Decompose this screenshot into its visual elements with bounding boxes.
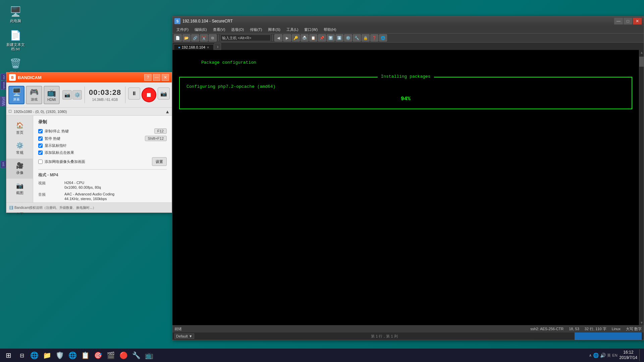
pause-button[interactable]: ⏸: [128, 87, 140, 100]
host-input[interactable]: [220, 35, 271, 41]
status-ready: 就绪: [174, 326, 527, 331]
menu-view[interactable]: 查看(V): [210, 26, 228, 33]
audio-details: 44.1KHz, stereo, 160kbps: [64, 197, 167, 201]
toolbar-clone-button[interactable]: ⧉: [209, 34, 217, 42]
mode-hdmi-button[interactable]: 📺 HDMI: [44, 86, 60, 104]
resolution-text: 644x362 - (0, 0), (1920, 1080): [14, 110, 67, 114]
task-view-button[interactable]: ⊟: [17, 349, 27, 361]
newfile-icon: 📄: [9, 28, 22, 42]
menu-options[interactable]: 选项(O): [228, 26, 247, 33]
tray-lang-icon[interactable]: 英: [607, 353, 611, 358]
taskbar-record-icon[interactable]: 🔴: [117, 349, 129, 361]
bandicam-close-button[interactable]: ✕: [162, 74, 169, 81]
menu-help[interactable]: 帮助(H): [321, 26, 339, 33]
tray-ime-icon[interactable]: EN: [612, 353, 617, 357]
menu-file[interactable]: 文件(F): [174, 26, 191, 33]
taskbar-chrome-icon[interactable]: 🌐: [66, 349, 78, 361]
taskbar-game-icon[interactable]: 🎯: [92, 349, 104, 361]
desktop: 🖥️ 此电脑 📄 新建文本文档.txt 🗑️ 回收站 🎬 Bandicam ⚡ …: [0, 0, 644, 362]
menu-edit[interactable]: 编辑(E): [192, 26, 210, 33]
toolbar-camera-icon[interactable]: 📷: [62, 90, 72, 100]
toolbar-settings-icon[interactable]: ⚙️: [72, 90, 82, 100]
game-mode-icon: 🎮: [30, 88, 39, 97]
taskbar-tool-icon[interactable]: 🔧: [130, 349, 142, 361]
format-title: 格式 - MP4: [38, 172, 167, 178]
tab-close-button[interactable]: ✕: [207, 46, 209, 49]
tray-network-icon[interactable]: 🌐: [593, 353, 599, 358]
home-icon: 🏠: [16, 122, 23, 129]
toolbar-forward-button[interactable]: ▶: [283, 34, 291, 42]
menu-tools[interactable]: 工具(L): [284, 26, 301, 33]
scrollbar-thumb[interactable]: [639, 57, 644, 67]
mode-screen-button[interactable]: 🖥️ 屏幕: [8, 86, 24, 104]
toolbar-help-button[interactable]: ❓: [370, 34, 378, 42]
menu-window[interactable]: 窗口(W): [302, 26, 320, 33]
tray-volume-icon[interactable]: 🔊: [600, 353, 606, 358]
status-size: 32 行, 110 字: [585, 326, 606, 331]
securecrt-minimize-button[interactable]: —: [614, 18, 623, 24]
sidebar-item-recording[interactable]: 🎥 录像: [6, 159, 33, 179]
bandicam-help-button[interactable]: ?: [144, 74, 152, 81]
status-right-area: ssh2: AES-256-CTR 18, 53 32 行, 110 字 Lin…: [530, 326, 642, 331]
hotkey-pause-checkbox[interactable]: [38, 136, 43, 141]
expand-button[interactable]: ▲: [165, 109, 170, 114]
toolbar-upload-button[interactable]: ⬆️: [327, 34, 335, 42]
record-stop-button[interactable]: ⏹: [142, 87, 156, 102]
toolbar-print-button[interactable]: 🖨️: [301, 34, 309, 42]
hotkey-record-checkbox[interactable]: [38, 129, 43, 133]
toolbar-extra-button[interactable]: 🌐: [379, 34, 387, 42]
taskbar-clipboard-icon[interactable]: 📋: [79, 349, 91, 361]
mode-game-button[interactable]: 🎮 游戏: [26, 86, 42, 104]
screenshot-button[interactable]: 📷: [158, 87, 170, 100]
scrollbar-up-arrow[interactable]: ▲: [639, 50, 644, 55]
toolbar-key-button[interactable]: 🔑: [292, 34, 300, 42]
toolbar-tools2-btn[interactable]: 🔧: [353, 34, 361, 42]
toolbar-connect-button[interactable]: 🔗: [191, 34, 199, 42]
start-button[interactable]: ⊞: [0, 349, 17, 362]
bandicam-minimize-button[interactable]: —: [153, 74, 160, 81]
securecrt-maximize-button[interactable]: □: [624, 18, 632, 24]
vertical-scrollbar[interactable]: ▲ ▼: [639, 50, 644, 325]
taskbar-shield-icon[interactable]: 🛡️: [54, 349, 66, 361]
show-desktop-button[interactable]: [639, 349, 641, 361]
webcam-setup-button[interactable]: 设置: [152, 157, 167, 166]
toolbar-lock-button[interactable]: 🔒: [362, 34, 370, 42]
show-cursor-checkbox[interactable]: [38, 143, 43, 148]
securecrt-close-button[interactable]: ✕: [633, 18, 642, 24]
desktop-icon-newfile[interactable]: 📄 新建文本文档.txt: [3, 27, 28, 53]
toolbar-paste-button[interactable]: 📌: [318, 34, 326, 42]
taskbar-folder-icon[interactable]: 📁: [41, 349, 53, 361]
tab-scroll-right[interactable]: ›: [214, 43, 221, 50]
toolbar-back-button[interactable]: ◀: [274, 34, 282, 42]
sidebar-item-screenshot[interactable]: 📷 截图: [6, 179, 33, 199]
tray-expand-button[interactable]: ∧: [589, 353, 592, 358]
desktop-icon-computer[interactable]: 🖥️ 此电脑: [3, 3, 28, 24]
toolbar-copy-button[interactable]: 📋: [309, 34, 317, 42]
hotkey-record-key: F12: [154, 128, 167, 134]
toolbar-separator: [85, 86, 85, 103]
hotkey-pause-key: Shift+F12: [145, 136, 167, 141]
system-clock[interactable]: 16:12 2019/7/14: [620, 350, 637, 360]
install-packages-box: Installing packages Configuring php7.2-o…: [179, 77, 632, 109]
scrollbar-down-arrow[interactable]: ▼: [639, 320, 644, 325]
sidebar-item-home[interactable]: 🏠 首页: [6, 118, 33, 138]
tab-192168[interactable]: ● 192.168.0.104 ✕: [174, 44, 214, 50]
sidebar-item-general[interactable]: ⚙️ 常规: [6, 138, 33, 159]
session-dropdown[interactable]: Default ▼: [174, 334, 194, 339]
bandicam-sidebar: 🏠 首页 ⚙️ 常规 🎥 录像 📷 截图 ℹ️ 关于: [6, 116, 33, 213]
taskbar-bandicam-task-icon[interactable]: 🎬: [105, 349, 117, 361]
click-effect-checkbox[interactable]: [38, 150, 43, 155]
toolbar-settings-btn[interactable]: ⚙️: [344, 34, 352, 42]
toolbar-disconnect-button[interactable]: ✂️: [200, 34, 208, 42]
bottom-scroll-area: 第 1 行，第 1 列: [194, 334, 575, 339]
toolbar-download-button[interactable]: ⬇️: [335, 34, 343, 42]
toolbar-open-button[interactable]: 📂: [182, 34, 191, 42]
menu-transfer[interactable]: 传输(T): [247, 26, 265, 33]
install-percent: 94%: [186, 96, 625, 102]
taskbar-ie-icon[interactable]: 🌐: [28, 349, 40, 361]
taskbar-tv-icon[interactable]: 📺: [143, 349, 155, 361]
toolbar-new-button[interactable]: 📄: [174, 34, 182, 42]
webcam-checkbox[interactable]: [38, 160, 43, 164]
menu-script[interactable]: 脚本(S): [265, 26, 283, 33]
terminal-area[interactable]: Package configuration Installing package…: [172, 50, 639, 325]
